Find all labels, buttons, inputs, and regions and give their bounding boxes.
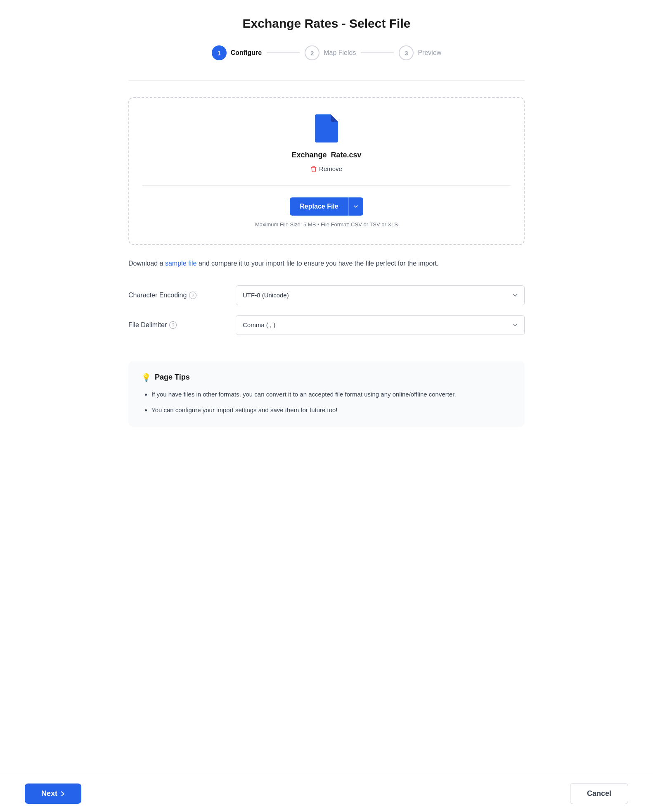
stepper: 1 Configure 2 Map Fields 3 Preview [128, 45, 525, 60]
step-map-fields: 2 Map Fields [305, 45, 356, 60]
sample-suffix: and compare it to your import file to en… [196, 260, 438, 267]
character-encoding-label-text: Character Encoding [128, 292, 187, 299]
file-delimiter-row: File Delimiter ? Comma ( , ) Tab Semicol… [128, 315, 525, 335]
step-1-label: Configure [231, 49, 262, 57]
page-tips-section: 💡 Page Tips If you have files in other f… [128, 361, 525, 427]
replace-file-dropdown-button[interactable] [348, 197, 363, 216]
file-delimiter-help-icon[interactable]: ? [169, 321, 177, 329]
step-line-2 [361, 52, 394, 53]
character-encoding-select[interactable]: UTF-8 (Unicode) UTF-16 ISO-8859-1 Window… [236, 285, 525, 305]
chevron-right-icon [61, 791, 65, 797]
remove-button[interactable]: Remove [308, 164, 345, 174]
step-preview: 3 Preview [399, 45, 441, 60]
step-configure: 1 Configure [212, 45, 262, 60]
step-1-circle: 1 [212, 45, 227, 60]
file-info-text: Maximum File Size: 5 MB • File Format: C… [255, 221, 398, 228]
page-separator [128, 80, 525, 81]
character-encoding-row: Character Encoding ? UTF-8 (Unicode) UTF… [128, 285, 525, 305]
step-3-circle: 3 [399, 45, 414, 60]
tips-header: 💡 Page Tips [142, 373, 511, 382]
tips-title: Page Tips [155, 373, 190, 382]
sample-file-section: Download a sample file and compare it to… [128, 258, 525, 269]
chevron-down-icon [354, 205, 358, 208]
step-3-label: Preview [418, 49, 441, 57]
file-icon-wrapper [315, 114, 338, 144]
sample-file-link[interactable]: sample file [165, 260, 196, 267]
character-encoding-help-icon[interactable]: ? [189, 292, 196, 299]
replace-file-group: Replace File [290, 197, 363, 216]
step-1-number: 1 [217, 50, 220, 57]
step-2-label: Map Fields [324, 49, 356, 57]
step-3-number: 3 [405, 50, 408, 57]
file-delimiter-label: File Delimiter ? [128, 321, 219, 329]
trash-icon [311, 166, 317, 172]
bottom-bar: Next Cancel [0, 775, 653, 812]
next-button[interactable]: Next [25, 784, 81, 804]
file-delimiter-select[interactable]: Comma ( , ) Tab Semicolon ( ; ) Pipe ( |… [236, 315, 525, 335]
tip-2: You can configure your import settings a… [151, 405, 511, 415]
tip-1: If you have files in other formats, you … [151, 389, 511, 399]
remove-label: Remove [319, 165, 342, 172]
tips-icon: 💡 [142, 373, 151, 382]
step-line-1 [267, 52, 300, 53]
tips-list: If you have files in other formats, you … [142, 389, 511, 415]
file-upload-box: Exchange_Rate.csv Remove Replace File Ma… [128, 97, 525, 245]
file-upload-divider [142, 185, 511, 186]
next-label: Next [41, 789, 57, 798]
step-2-number: 2 [310, 50, 314, 57]
file-delimiter-label-text: File Delimiter [128, 321, 167, 329]
character-encoding-label: Character Encoding ? [128, 292, 219, 299]
file-name: Exchange_Rate.csv [291, 151, 361, 159]
page-title: Exchange Rates - Select File [243, 17, 411, 31]
sample-prefix: Download a [128, 260, 165, 267]
replace-file-button[interactable]: Replace File [290, 197, 348, 216]
file-icon [315, 114, 338, 142]
step-2-circle: 2 [305, 45, 319, 60]
cancel-button[interactable]: Cancel [570, 783, 628, 804]
form-section: Character Encoding ? UTF-8 (Unicode) UTF… [128, 285, 525, 345]
